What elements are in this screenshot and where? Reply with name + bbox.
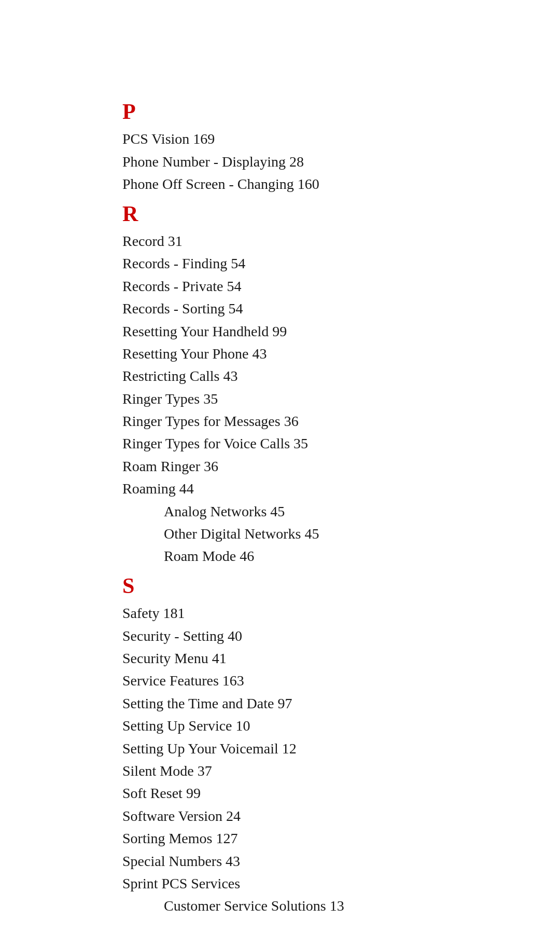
index-entry: Ringer Types for Voice Calls 35: [122, 432, 438, 455]
index-entry: Customer Service Solutions 13: [122, 895, 438, 917]
index-entry: Resetting Your Handheld 99: [122, 320, 438, 342]
index-entry: Phone Off Screen - Changing 160: [122, 173, 438, 195]
index-entry: Records - Finding 54: [122, 252, 438, 274]
index-entry: Restricting Calls 43: [122, 365, 438, 387]
index-entry: Phone Number - Displaying 28: [122, 150, 438, 173]
index-entry: Other Digital Networks 45: [122, 523, 438, 545]
index-entry: Security - Setting 40: [122, 625, 438, 647]
index-entry: Setting Up Your Voicemail 12: [122, 737, 438, 760]
index-section-r: RRecord 31Records - Finding 54Records - …: [122, 201, 438, 568]
index-entry: PCS Vision 169: [122, 128, 438, 150]
index-entry: Safety 181: [122, 602, 438, 624]
index-entry: Ringer Types 35: [122, 388, 438, 410]
index-entry: Setting the Time and Date 97: [122, 692, 438, 715]
index-entry: Record 31: [122, 230, 438, 252]
index-entry: Service Features 163: [122, 669, 438, 692]
index-entry: Records - Private 54: [122, 275, 438, 297]
page-content: PPCS Vision 169Phone Number - Displaying…: [0, 0, 560, 934]
index-entry: Roaming 44: [122, 477, 438, 500]
index-entry: Records - Sorting 54: [122, 297, 438, 320]
index-section-p: PPCS Vision 169Phone Number - Displaying…: [122, 99, 438, 196]
index-section-s: SSafety 181Security - Setting 40Security…: [122, 573, 438, 917]
index-entry: Soft Reset 99: [122, 782, 438, 804]
index-entry: Special Numbers 43: [122, 850, 438, 872]
section-letter-r: R: [122, 201, 438, 227]
index-entry: Resetting Your Phone 43: [122, 342, 438, 365]
index-entry: Sprint PCS Services: [122, 872, 438, 895]
index-entry: Analog Networks 45: [122, 500, 438, 523]
section-letter-p: P: [122, 99, 438, 125]
index-entry: Software Version 24: [122, 805, 438, 827]
index-entry: Ringer Types for Messages 36: [122, 410, 438, 432]
index-entry: Silent Mode 37: [122, 760, 438, 782]
index-entry: Roam Mode 46: [122, 545, 438, 567]
index-entry: Sorting Memos 127: [122, 827, 438, 849]
section-letter-s: S: [122, 573, 438, 599]
index-entry: Roam Ringer 36: [122, 455, 438, 477]
index-entry: Security Menu 41: [122, 647, 438, 669]
index-entry: Setting Up Service 10: [122, 715, 438, 737]
